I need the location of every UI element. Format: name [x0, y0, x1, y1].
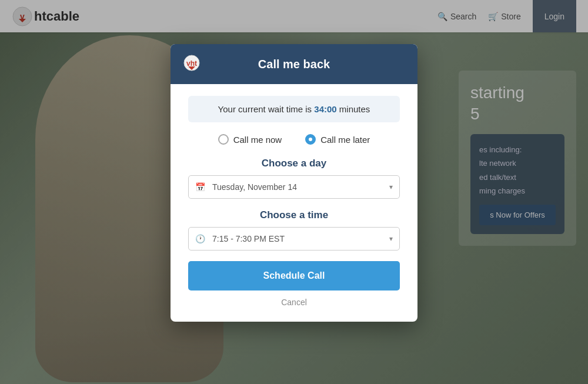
call-now-label: Call me now: [233, 135, 282, 145]
cancel-link[interactable]: Cancel: [188, 298, 400, 307]
wait-time-prefix: Your current wait time is: [218, 104, 315, 114]
clock-icon: 🕐: [195, 234, 205, 243]
modal-logo-icon: vht: [182, 55, 201, 74]
schedule-call-button[interactable]: Schedule Call: [188, 261, 400, 290]
call-later-radio[interactable]: [305, 134, 316, 145]
call-options: Call me now Call me later: [188, 134, 400, 145]
modal-body: Your current wait time is 34:00 minutes …: [171, 84, 417, 322]
time-selector[interactable]: 7:15 - 7:30 PM EST 7:30 - 7:45 PM EST 7:…: [188, 227, 400, 251]
modal-dialog: vht Call me back Your current wait time …: [171, 44, 417, 322]
time-chevron-icon: ▾: [389, 235, 393, 243]
time-selector-wrapper: 🕐 7:15 - 7:30 PM EST 7:30 - 7:45 PM EST …: [188, 227, 400, 251]
modal-header: vht Call me back: [171, 44, 417, 84]
call-later-label: Call me later: [320, 135, 370, 145]
modal-title: Call me back: [208, 58, 380, 71]
time-section-title: Choose a time: [188, 209, 400, 221]
call-now-option[interactable]: Call me now: [218, 134, 282, 145]
day-section-title: Choose a day: [188, 158, 400, 169]
svg-text:vht: vht: [186, 59, 197, 68]
wait-time-box: Your current wait time is 34:00 minutes: [188, 96, 400, 122]
wait-time-suffix: minutes: [337, 104, 370, 114]
wait-time-value: 34:00: [314, 104, 336, 114]
call-later-option[interactable]: Call me later: [305, 134, 370, 145]
call-now-radio[interactable]: [218, 134, 229, 145]
day-selector[interactable]: Tuesday, November 14 Wednesday, November…: [188, 175, 400, 199]
day-chevron-icon: ▾: [389, 183, 393, 191]
calendar-icon: 📅: [195, 182, 205, 192]
day-selector-wrapper: 📅 Tuesday, November 14 Wednesday, Novemb…: [188, 175, 400, 199]
